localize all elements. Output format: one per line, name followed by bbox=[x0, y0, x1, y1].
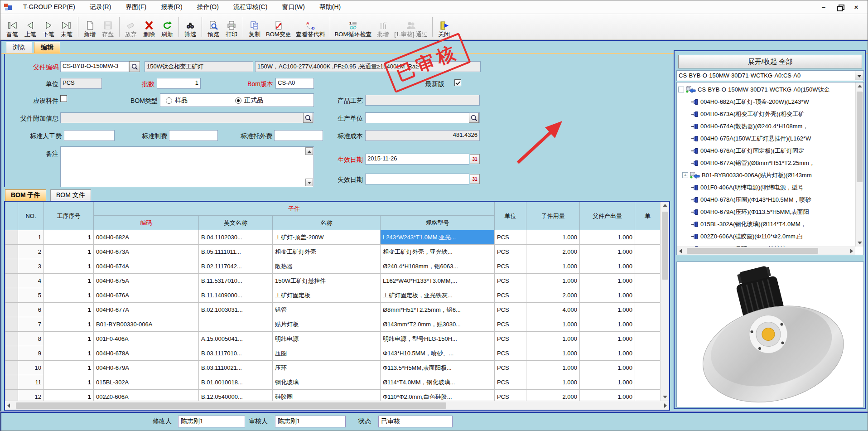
row-marker-cell[interactable] bbox=[5, 390, 18, 401]
cell-extra[interactable] bbox=[635, 303, 661, 317]
cell-parent-output-qty[interactable]: 1.000 bbox=[580, 230, 635, 245]
cell-code[interactable]: 004H0-674A bbox=[94, 259, 199, 274]
tree-vertical-scrollbar[interactable] bbox=[855, 82, 863, 247]
cell-process-seq[interactable]: 1 bbox=[44, 361, 94, 375]
cell-spec[interactable]: Ø8mm*H51*T2.25mm，铝6... bbox=[381, 303, 495, 317]
cell-en-name[interactable]: B.02.1003031... bbox=[199, 303, 273, 317]
row-marker-cell[interactable] bbox=[5, 361, 18, 375]
table-row[interactable]: 2 1 004H0-673A B.05.1111011... 相变工矿灯外壳 相… bbox=[5, 245, 661, 259]
combo-dropdown-icon[interactable] bbox=[855, 71, 863, 80]
cell-unit[interactable]: PCS bbox=[495, 245, 526, 259]
cell-spec[interactable]: Φ113.5*H5MM,表面阳极... bbox=[381, 361, 495, 375]
cell-en-name[interactable]: A.15.0005041... bbox=[199, 332, 273, 346]
header-name[interactable]: 名称 bbox=[273, 216, 381, 230]
tree-horizontal-scrollbar[interactable] bbox=[677, 247, 855, 255]
tree-item[interactable]: 004H0-675A(150W工矿灯悬挂件)(L162*W bbox=[677, 132, 855, 145]
header-unit[interactable]: 单位 bbox=[495, 202, 526, 230]
row-marker-cell[interactable] bbox=[5, 230, 18, 245]
bom-version-field[interactable]: CS-A0 bbox=[275, 78, 314, 89]
mfg-cost-field[interactable] bbox=[169, 130, 218, 141]
table-row[interactable]: 1 1 004H0-682A B.04.1102030... 工矿灯-顶盖-20… bbox=[5, 230, 661, 245]
grid-vscroll-thumb[interactable] bbox=[662, 212, 668, 280]
menu-item[interactable]: 界面(F) bbox=[119, 1, 153, 13]
header-parent-output-qty[interactable]: 父件产出量 bbox=[580, 202, 635, 230]
cell-code[interactable]: 015BL-302A bbox=[94, 375, 199, 390]
table-row[interactable]: 10 1 004H0-679A B.03.1110021... 压环 Φ113.… bbox=[5, 361, 661, 375]
remark-scroll-down-button[interactable] bbox=[305, 179, 313, 186]
batch-field[interactable]: 1 bbox=[157, 78, 201, 89]
row-marker-cell[interactable] bbox=[5, 375, 18, 390]
cell-en-name[interactable]: B.11.1409000... bbox=[199, 288, 273, 303]
delete-button[interactable]: 删除 bbox=[140, 19, 158, 39]
cell-process-seq[interactable]: 1 bbox=[44, 332, 94, 346]
menu-item[interactable]: T-GROUP ERP(E) bbox=[17, 1, 82, 13]
cell-spec[interactable]: 明纬电源，型号HLG-150H... bbox=[381, 332, 495, 346]
tab-edit[interactable]: 编辑 bbox=[34, 42, 60, 53]
tree-scroll-right-button[interactable] bbox=[847, 247, 855, 255]
cell-spec[interactable]: Ø240.4*H108mm，铝6063... bbox=[381, 259, 495, 274]
cell-process-seq[interactable]: 1 bbox=[44, 390, 94, 401]
cell-process-seq[interactable]: 1 bbox=[44, 230, 94, 245]
cell-name[interactable]: 硅胶圈 bbox=[273, 390, 381, 401]
tree-item[interactable]: 004H0-676A(工矿灯固定板)(工矿灯固定 bbox=[677, 145, 855, 157]
cell-no[interactable]: 11 bbox=[18, 375, 44, 390]
tree-expander-icon[interactable]: - bbox=[678, 87, 684, 92]
first-record-button[interactable]: 首笔 bbox=[3, 19, 21, 39]
grid-scroll-right-button[interactable] bbox=[661, 402, 669, 410]
cell-no[interactable]: 4 bbox=[18, 274, 44, 288]
cell-unit[interactable]: PCS bbox=[495, 375, 526, 390]
latest-version-checkbox[interactable] bbox=[454, 79, 461, 86]
cell-process-seq[interactable]: 1 bbox=[44, 259, 94, 274]
cell-parent-output-qty[interactable]: 1.000 bbox=[580, 390, 635, 401]
cell-en-name[interactable]: B.05.1111011... bbox=[199, 245, 273, 259]
cell-unit[interactable]: PCS bbox=[495, 274, 526, 288]
cell-child-qty[interactable]: 2.000 bbox=[526, 245, 580, 259]
grid-hscroll-thumb[interactable] bbox=[16, 402, 446, 409]
tree-item[interactable]: 004H0-678A(压圈)(Φ143*H10.5MM，喷砂 bbox=[677, 194, 855, 206]
tree-expander-icon[interactable]: + bbox=[682, 172, 688, 178]
cell-extra[interactable] bbox=[635, 259, 661, 274]
cell-spec[interactable]: 工矿灯固定板，亚光铁灰... bbox=[381, 288, 495, 303]
prod-unit-field[interactable] bbox=[365, 112, 480, 123]
cell-child-qty[interactable]: 1.000 bbox=[526, 361, 580, 375]
menu-item[interactable]: 记录(R) bbox=[83, 1, 117, 13]
table-row[interactable]: 3 1 004H0-674A B.02.1117042... 散热器 Ø240.… bbox=[5, 259, 661, 274]
tree-hscroll-thumb[interactable] bbox=[687, 248, 818, 254]
cell-en-name[interactable]: B.02.1117042... bbox=[199, 259, 273, 274]
cell-parent-output-qty[interactable]: 1.000 bbox=[580, 332, 635, 346]
expand-collapse-all-button[interactable]: 展开/收起 全部 bbox=[678, 55, 862, 68]
cell-spec[interactable]: L243*W243*T1.0MM.亚光... bbox=[381, 230, 495, 245]
cell-child-qty[interactable]: 1.000 bbox=[526, 346, 580, 361]
cell-spec[interactable]: Φ110*Φ2.0mm,白色硅胶... bbox=[381, 390, 495, 401]
cell-process-seq[interactable]: 1 bbox=[44, 303, 94, 317]
view-substitute-button[interactable]: AB 查看替代料 bbox=[294, 19, 328, 39]
bom-change-button[interactable]: BOM变更 bbox=[264, 19, 294, 39]
cell-extra[interactable] bbox=[635, 390, 661, 401]
row-marker-cell[interactable] bbox=[5, 259, 18, 274]
cell-child-qty[interactable]: 2.000 bbox=[526, 390, 580, 401]
tree-item[interactable]: - CS-BYB-O-150MW-30D71-WCTKG-A0(150W钛金 bbox=[677, 83, 855, 96]
labor-cost-field[interactable] bbox=[64, 130, 115, 141]
menu-item[interactable]: 流程审核(C) bbox=[227, 1, 274, 13]
cell-code[interactable]: 004H0-676A bbox=[94, 288, 199, 303]
cell-extra[interactable] bbox=[635, 361, 661, 375]
cell-child-qty[interactable]: 1.000 bbox=[526, 274, 580, 288]
cell-name[interactable]: 工矿灯-顶盖-200W bbox=[273, 230, 381, 245]
table-row[interactable]: 5 1 004H0-676A B.11.1409000... 工矿灯固定板 工矿… bbox=[5, 288, 661, 303]
cell-name[interactable]: 相变工矿灯外壳 bbox=[273, 245, 381, 259]
cell-name[interactable]: 钢化玻璃 bbox=[273, 375, 381, 390]
tree-scroll-left-button[interactable] bbox=[677, 247, 685, 255]
row-marker-cell[interactable] bbox=[5, 245, 18, 259]
cell-no[interactable]: 1 bbox=[18, 230, 44, 245]
cell-unit[interactable]: PCS bbox=[495, 332, 526, 346]
tree-item[interactable]: 004H0-680A(吊环)(M20、铁镀锌、) bbox=[677, 242, 855, 247]
cell-en-name[interactable]: B.03.1110021... bbox=[199, 361, 273, 375]
cell-name[interactable]: 明纬电源 bbox=[273, 332, 381, 346]
cell-unit[interactable]: PCS bbox=[495, 259, 526, 274]
cell-unit[interactable]: PCS bbox=[495, 346, 526, 361]
bom-type-formal-radio[interactable] bbox=[235, 97, 241, 104]
table-row[interactable]: 8 1 001F0-406A A.15.0005041... 明纬电源 明纬电源… bbox=[5, 332, 661, 346]
bom-type-sample-radio[interactable] bbox=[166, 97, 172, 104]
cell-parent-output-qty[interactable]: 1.000 bbox=[580, 245, 635, 259]
row-marker-cell[interactable] bbox=[5, 332, 18, 346]
